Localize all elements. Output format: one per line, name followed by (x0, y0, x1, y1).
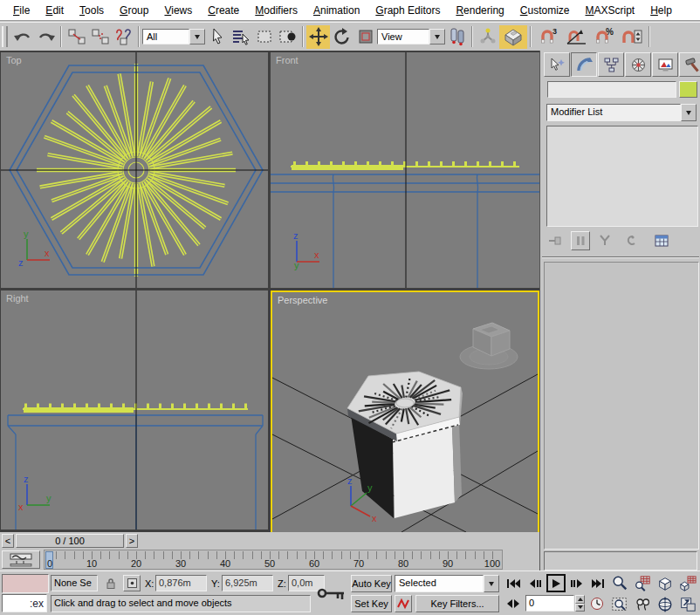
viewport-perspective[interactable]: Perspective (271, 290, 539, 534)
arc-rotate-icon[interactable] (655, 594, 676, 614)
min-max-toggle-icon[interactable] (677, 594, 698, 614)
select-and-rotate-button[interactable] (330, 25, 353, 49)
selection-lock-toggle[interactable] (102, 575, 120, 591)
toolbar-grip[interactable] (2, 26, 8, 47)
link-icon[interactable] (65, 25, 88, 49)
redo-icon[interactable] (34, 25, 58, 49)
next-frame-button[interactable]: > (126, 534, 138, 548)
select-and-manipulate-icon[interactable] (476, 25, 499, 49)
snap-3d-magnet-icon[interactable]: 3 (534, 25, 562, 49)
macro-recorder-pane[interactable] (2, 574, 49, 593)
menu-modifiers[interactable]: Modifiers (247, 2, 305, 19)
modify-tab[interactable] (571, 52, 597, 77)
viewport-top[interactable]: Top y x z (1, 52, 268, 288)
ruler-label-10: 10 (86, 558, 97, 569)
time-slider-handle[interactable]: 0 / 100 (16, 534, 124, 548)
object-color-swatch[interactable] (679, 81, 697, 98)
zoom-extents-all-icon[interactable] (677, 573, 698, 593)
bind-spacewarp-icon[interactable] (112, 25, 135, 49)
coord-system-arrow[interactable] (429, 29, 445, 44)
percent-snap-magnet-icon[interactable]: % (590, 25, 618, 49)
previous-frame-button[interactable]: < (2, 534, 14, 548)
object-name-field[interactable] (547, 81, 676, 98)
select-by-name-icon[interactable] (229, 25, 252, 49)
keyboard-override-cube-icon[interactable] (499, 25, 527, 49)
modifier-stack-list[interactable] (546, 126, 698, 227)
play-animation-button[interactable] (546, 574, 566, 592)
next-frame-playback-button[interactable] (568, 575, 586, 592)
zoom-icon[interactable] (609, 573, 630, 593)
go-to-start-button[interactable] (504, 575, 522, 592)
select-and-move-button[interactable] (306, 25, 330, 49)
rect-region-icon[interactable] (252, 25, 276, 49)
coord-system-dropdown[interactable]: View (377, 29, 445, 44)
select-and-scale-button[interactable] (353, 25, 377, 49)
default-tangent-icon[interactable] (395, 595, 412, 612)
key-mode-toggle-button[interactable] (504, 595, 522, 612)
mini-curve-editor-button[interactable] (2, 550, 40, 569)
viewport-right-label[interactable]: Right (6, 293, 29, 304)
time-configuration-icon[interactable] (588, 595, 606, 612)
menu-maxscript[interactable]: MAXScript (578, 2, 643, 19)
menu-group[interactable]: Group (112, 2, 156, 19)
key-mode-selection-dropdown[interactable]: Selected (395, 575, 499, 592)
display-tab[interactable] (652, 52, 678, 77)
selection-filter-dropdown[interactable]: All (142, 29, 205, 44)
hierarchy-tab[interactable] (598, 52, 624, 77)
svg-text:%: % (606, 27, 614, 37)
set-keys-key-icon[interactable] (314, 573, 349, 613)
key-filters-button[interactable]: Key Filters... (415, 595, 499, 612)
absolute-offset-toggle[interactable] (123, 575, 141, 591)
zoom-extents-icon[interactable] (655, 573, 676, 593)
selection-filter-arrow[interactable] (189, 29, 205, 44)
go-to-end-button[interactable] (589, 575, 607, 592)
viewport-front-canvas: z x y (271, 52, 539, 288)
set-key-button[interactable]: Set Key (351, 595, 392, 612)
menu-rendering[interactable]: Rendering (448, 2, 511, 19)
modifier-list-dropdown[interactable]: Modifier List (546, 104, 697, 121)
select-object-icon[interactable] (205, 25, 229, 49)
viewport-top-label[interactable]: Top (6, 55, 22, 65)
menu-graph-editors[interactable]: Graph Editors (367, 2, 448, 19)
menu-create[interactable]: Create (200, 2, 247, 19)
angle-snap-magnet-icon[interactable] (562, 25, 590, 49)
auto-key-button[interactable]: Auto Key (351, 575, 392, 592)
utilities-tab[interactable] (679, 52, 700, 77)
current-frame-field[interactable]: 0 (525, 595, 574, 612)
x-coord-field[interactable]: 0,876m (155, 575, 207, 591)
frame-spinner[interactable] (575, 595, 585, 612)
maxscript-listener-pane[interactable]: :ex (2, 594, 47, 612)
configure-modifier-sets-icon[interactable] (651, 231, 672, 250)
window-crossing-icon[interactable] (276, 25, 299, 49)
menu-customize[interactable]: Customize (512, 2, 578, 19)
viewport-right[interactable]: Right z y x (1, 290, 268, 530)
menu-help[interactable]: Help (642, 2, 680, 19)
menu-file[interactable]: File (5, 2, 38, 19)
previous-frame-playback-button[interactable] (526, 575, 544, 592)
y-coord-field[interactable]: 6,925m (222, 575, 273, 591)
track-bar-ruler[interactable]: 0 10 20 30 40 50 60 70 80 90 100 (44, 550, 503, 570)
motion-tab[interactable] (625, 52, 651, 77)
make-unique-icon[interactable] (595, 231, 614, 250)
menu-views[interactable]: Views (156, 2, 200, 19)
undo-icon[interactable] (10, 25, 34, 49)
pan-icon[interactable] (632, 594, 653, 614)
ruler-label-100: 100 (484, 558, 500, 569)
region-zoom-icon[interactable] (609, 594, 630, 614)
create-tab[interactable] (544, 52, 570, 77)
use-center-icon[interactable] (445, 25, 469, 49)
viewport-front[interactable]: Front z x y (271, 52, 539, 288)
key-mode-selection-arrow[interactable] (484, 575, 499, 592)
viewport-perspective-label[interactable]: Perspective (278, 295, 327, 305)
viewport-front-label[interactable]: Front (276, 55, 299, 65)
pin-stack-icon[interactable] (546, 231, 566, 250)
menu-tools[interactable]: Tools (72, 2, 112, 19)
remove-modifier-icon[interactable] (620, 231, 639, 250)
menu-animation[interactable]: Animation (305, 2, 367, 19)
modifier-list-arrow[interactable] (681, 104, 697, 121)
spinner-snap-magnet-icon[interactable] (618, 25, 646, 49)
unlink-icon[interactable] (88, 25, 112, 49)
zoom-all-icon[interactable] (632, 573, 653, 593)
show-end-result-icon[interactable] (571, 231, 590, 250)
menu-edit[interactable]: Edit (38, 2, 72, 19)
